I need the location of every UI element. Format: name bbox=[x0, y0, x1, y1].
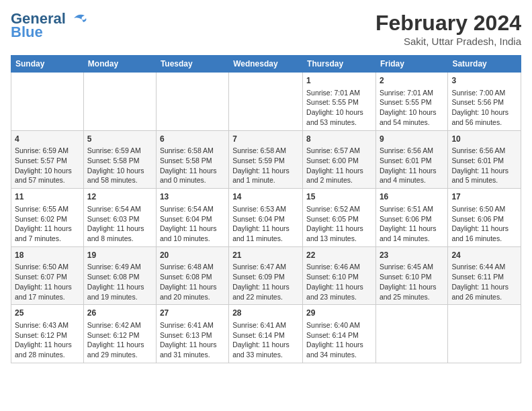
cell-sun-info: Sunrise: 6:58 AMSunset: 5:58 PMDaylight:… bbox=[160, 146, 225, 185]
calendar-cell: 24Sunrise: 6:44 AMSunset: 6:11 PMDayligh… bbox=[448, 246, 521, 305]
calendar-cell: 28Sunrise: 6:41 AMSunset: 6:14 PMDayligh… bbox=[229, 305, 303, 363]
calendar-cell: 15Sunrise: 6:52 AMSunset: 6:05 PMDayligh… bbox=[303, 189, 376, 247]
cell-sun-info: Sunrise: 6:56 AMSunset: 6:01 PMDaylight:… bbox=[380, 146, 444, 185]
page-header: General Blue February 2024 Sakit, Uttar … bbox=[11, 11, 521, 47]
calendar-week-row: 4Sunrise: 6:59 AMSunset: 5:57 PMDaylight… bbox=[11, 130, 521, 189]
calendar-cell: 11Sunrise: 6:55 AMSunset: 6:02 PMDayligh… bbox=[11, 189, 84, 247]
weekday-header-row: SundayMondayTuesdayWednesdayThursdayFrid… bbox=[11, 56, 521, 73]
day-number: 1 bbox=[306, 75, 372, 87]
cell-sun-info: Sunrise: 6:53 AMSunset: 6:04 PMDaylight:… bbox=[232, 204, 299, 244]
cell-sun-info: Sunrise: 6:40 AMSunset: 6:14 PMDaylight:… bbox=[306, 320, 372, 360]
calendar-cell: 22Sunrise: 6:46 AMSunset: 6:10 PMDayligh… bbox=[303, 246, 376, 305]
cell-sun-info: Sunrise: 6:58 AMSunset: 5:59 PMDaylight:… bbox=[232, 146, 299, 185]
day-number: 12 bbox=[87, 191, 152, 203]
calendar-cell: 17Sunrise: 6:50 AMSunset: 6:06 PMDayligh… bbox=[448, 189, 521, 247]
calendar-cell: 1Sunrise: 7:01 AMSunset: 5:55 PMDaylight… bbox=[303, 73, 376, 131]
cell-sun-info: Sunrise: 6:50 AMSunset: 6:07 PMDaylight:… bbox=[15, 262, 80, 302]
day-number: 24 bbox=[451, 250, 517, 261]
day-number: 2 bbox=[380, 75, 444, 87]
weekday-header-sunday: Sunday bbox=[11, 56, 84, 73]
cell-sun-info: Sunrise: 6:55 AMSunset: 6:02 PMDaylight:… bbox=[15, 204, 80, 244]
calendar-cell bbox=[448, 305, 521, 363]
cell-sun-info: Sunrise: 6:46 AMSunset: 6:10 PMDaylight:… bbox=[306, 262, 372, 302]
cell-sun-info: Sunrise: 6:54 AMSunset: 6:04 PMDaylight:… bbox=[160, 204, 225, 244]
weekday-header-thursday: Thursday bbox=[303, 56, 376, 73]
day-number: 8 bbox=[306, 134, 372, 145]
cell-sun-info: Sunrise: 6:43 AMSunset: 6:12 PMDaylight:… bbox=[15, 320, 80, 360]
day-number: 26 bbox=[87, 308, 152, 319]
calendar-cell bbox=[83, 73, 156, 131]
cell-sun-info: Sunrise: 6:50 AMSunset: 6:06 PMDaylight:… bbox=[451, 204, 517, 244]
calendar-cell: 7Sunrise: 6:58 AMSunset: 5:59 PMDaylight… bbox=[229, 130, 303, 189]
calendar-cell: 21Sunrise: 6:47 AMSunset: 6:09 PMDayligh… bbox=[229, 246, 303, 305]
cell-sun-info: Sunrise: 6:49 AMSunset: 6:08 PMDaylight:… bbox=[87, 262, 152, 302]
calendar-week-row: 25Sunrise: 6:43 AMSunset: 6:12 PMDayligh… bbox=[11, 305, 521, 363]
calendar-cell: 18Sunrise: 6:50 AMSunset: 6:07 PMDayligh… bbox=[11, 246, 84, 305]
logo-blue: Blue bbox=[11, 24, 89, 40]
day-number: 17 bbox=[451, 191, 517, 203]
calendar-cell bbox=[156, 73, 228, 131]
calendar-cell bbox=[229, 73, 303, 131]
day-number: 23 bbox=[380, 250, 444, 261]
day-number: 15 bbox=[306, 191, 372, 203]
weekday-header-friday: Friday bbox=[375, 56, 447, 73]
calendar-cell: 6Sunrise: 6:58 AMSunset: 5:58 PMDaylight… bbox=[156, 130, 228, 189]
day-number: 3 bbox=[451, 75, 517, 87]
cell-sun-info: Sunrise: 6:51 AMSunset: 6:06 PMDaylight:… bbox=[380, 204, 444, 244]
day-number: 25 bbox=[15, 308, 80, 319]
calendar-cell: 23Sunrise: 6:45 AMSunset: 6:10 PMDayligh… bbox=[375, 246, 447, 305]
day-number: 21 bbox=[232, 250, 299, 261]
calendar-cell: 9Sunrise: 6:56 AMSunset: 6:01 PMDaylight… bbox=[375, 130, 447, 189]
day-number: 29 bbox=[306, 308, 372, 319]
calendar-cell: 13Sunrise: 6:54 AMSunset: 6:04 PMDayligh… bbox=[156, 189, 228, 247]
day-number: 20 bbox=[160, 250, 225, 261]
day-number: 18 bbox=[15, 250, 80, 261]
day-number: 6 bbox=[160, 134, 225, 145]
calendar-cell: 10Sunrise: 6:56 AMSunset: 6:01 PMDayligh… bbox=[448, 130, 521, 189]
calendar-cell: 26Sunrise: 6:42 AMSunset: 6:12 PMDayligh… bbox=[83, 305, 156, 363]
day-number: 13 bbox=[160, 191, 225, 203]
calendar-cell: 12Sunrise: 6:54 AMSunset: 6:03 PMDayligh… bbox=[83, 189, 156, 247]
cell-sun-info: Sunrise: 6:59 AMSunset: 5:58 PMDaylight:… bbox=[87, 146, 152, 185]
calendar-table: SundayMondayTuesdayWednesdayThursdayFrid… bbox=[11, 55, 521, 363]
calendar-cell: 5Sunrise: 6:59 AMSunset: 5:58 PMDaylight… bbox=[83, 130, 156, 189]
cell-sun-info: Sunrise: 6:59 AMSunset: 5:57 PMDaylight:… bbox=[15, 146, 80, 185]
month-title: February 2024 bbox=[375, 11, 521, 36]
day-number: 14 bbox=[232, 191, 299, 203]
cell-sun-info: Sunrise: 6:41 AMSunset: 6:14 PMDaylight:… bbox=[232, 320, 299, 360]
day-number: 22 bbox=[306, 250, 372, 261]
calendar-cell: 29Sunrise: 6:40 AMSunset: 6:14 PMDayligh… bbox=[303, 305, 376, 363]
calendar-week-row: 11Sunrise: 6:55 AMSunset: 6:02 PMDayligh… bbox=[11, 189, 521, 247]
calendar-cell: 2Sunrise: 7:01 AMSunset: 5:55 PMDaylight… bbox=[375, 73, 447, 131]
title-area: February 2024 Sakit, Uttar Pradesh, Indi… bbox=[375, 11, 521, 47]
calendar-cell: 20Sunrise: 6:48 AMSunset: 6:08 PMDayligh… bbox=[156, 246, 228, 305]
day-number: 16 bbox=[380, 191, 444, 203]
cell-sun-info: Sunrise: 6:52 AMSunset: 6:05 PMDaylight:… bbox=[306, 204, 372, 244]
day-number: 11 bbox=[15, 191, 80, 203]
cell-sun-info: Sunrise: 6:56 AMSunset: 6:01 PMDaylight:… bbox=[451, 146, 517, 185]
day-number: 7 bbox=[232, 134, 299, 145]
cell-sun-info: Sunrise: 6:41 AMSunset: 6:13 PMDaylight:… bbox=[160, 320, 225, 360]
cell-sun-info: Sunrise: 6:45 AMSunset: 6:10 PMDaylight:… bbox=[380, 262, 444, 302]
calendar-cell: 19Sunrise: 6:49 AMSunset: 6:08 PMDayligh… bbox=[83, 246, 156, 305]
cell-sun-info: Sunrise: 6:47 AMSunset: 6:09 PMDaylight:… bbox=[232, 262, 299, 302]
calendar-cell: 27Sunrise: 6:41 AMSunset: 6:13 PMDayligh… bbox=[156, 305, 228, 363]
calendar-week-row: 18Sunrise: 6:50 AMSunset: 6:07 PMDayligh… bbox=[11, 246, 521, 305]
weekday-header-saturday: Saturday bbox=[448, 56, 521, 73]
day-number: 10 bbox=[451, 134, 517, 145]
cell-sun-info: Sunrise: 6:44 AMSunset: 6:11 PMDaylight:… bbox=[451, 262, 517, 302]
day-number: 4 bbox=[15, 134, 80, 145]
cell-sun-info: Sunrise: 7:01 AMSunset: 5:55 PMDaylight:… bbox=[380, 88, 444, 128]
weekday-header-tuesday: Tuesday bbox=[156, 56, 228, 73]
location-subtitle: Sakit, Uttar Pradesh, India bbox=[375, 36, 521, 47]
calendar-cell bbox=[11, 73, 84, 131]
calendar-cell: 4Sunrise: 6:59 AMSunset: 5:57 PMDaylight… bbox=[11, 130, 84, 189]
calendar-cell bbox=[375, 305, 447, 363]
cell-sun-info: Sunrise: 6:48 AMSunset: 6:08 PMDaylight:… bbox=[160, 262, 225, 302]
weekday-header-wednesday: Wednesday bbox=[229, 56, 303, 73]
calendar-week-row: 1Sunrise: 7:01 AMSunset: 5:55 PMDaylight… bbox=[11, 73, 521, 131]
cell-sun-info: Sunrise: 6:57 AMSunset: 6:00 PMDaylight:… bbox=[306, 146, 372, 185]
weekday-header-monday: Monday bbox=[83, 56, 156, 73]
calendar-cell: 25Sunrise: 6:43 AMSunset: 6:12 PMDayligh… bbox=[11, 305, 84, 363]
cell-sun-info: Sunrise: 7:00 AMSunset: 5:56 PMDaylight:… bbox=[451, 88, 517, 128]
